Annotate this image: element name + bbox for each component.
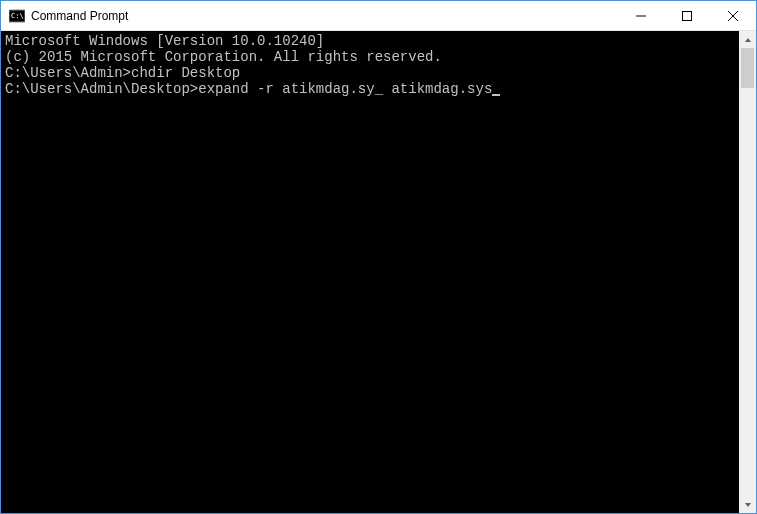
scroll-thumb[interactable]: [741, 48, 754, 88]
command-text: expand -r atikmdag.sy_ atikmdag.sys: [198, 81, 492, 97]
content-area: Microsoft Windows [Version 10.0.10240](c…: [1, 31, 756, 513]
svg-marker-6: [745, 38, 751, 42]
svg-rect-3: [683, 11, 692, 20]
prompt-line: C:\Users\Admin>chdir Desktop: [5, 65, 735, 81]
vertical-scrollbar[interactable]: [739, 31, 756, 513]
svg-marker-7: [745, 503, 751, 507]
svg-text:C:\: C:\: [11, 12, 24, 20]
cursor: [492, 94, 500, 96]
output-line: Microsoft Windows [Version 10.0.10240]: [5, 33, 735, 49]
close-button[interactable]: [710, 1, 756, 30]
minimize-button[interactable]: [618, 1, 664, 30]
window-frame: C:\ Command Prompt Microsoft Windows [Ve…: [0, 0, 757, 514]
prompt: C:\Users\Admin\Desktop>: [5, 81, 198, 97]
maximize-button[interactable]: [664, 1, 710, 30]
prompt-line: C:\Users\Admin\Desktop>expand -r atikmda…: [5, 81, 735, 97]
scroll-track[interactable]: [739, 48, 756, 496]
titlebar[interactable]: C:\ Command Prompt: [1, 1, 756, 31]
prompt: C:\Users\Admin>: [5, 65, 131, 81]
scroll-up-arrow[interactable]: [739, 31, 756, 48]
scroll-down-arrow[interactable]: [739, 496, 756, 513]
command-text: chdir Desktop: [131, 65, 240, 81]
terminal-output[interactable]: Microsoft Windows [Version 10.0.10240](c…: [1, 31, 739, 513]
cmd-icon: C:\: [9, 8, 25, 24]
window-controls: [618, 1, 756, 30]
window-title: Command Prompt: [31, 9, 618, 23]
output-line: (c) 2015 Microsoft Corporation. All righ…: [5, 49, 735, 65]
